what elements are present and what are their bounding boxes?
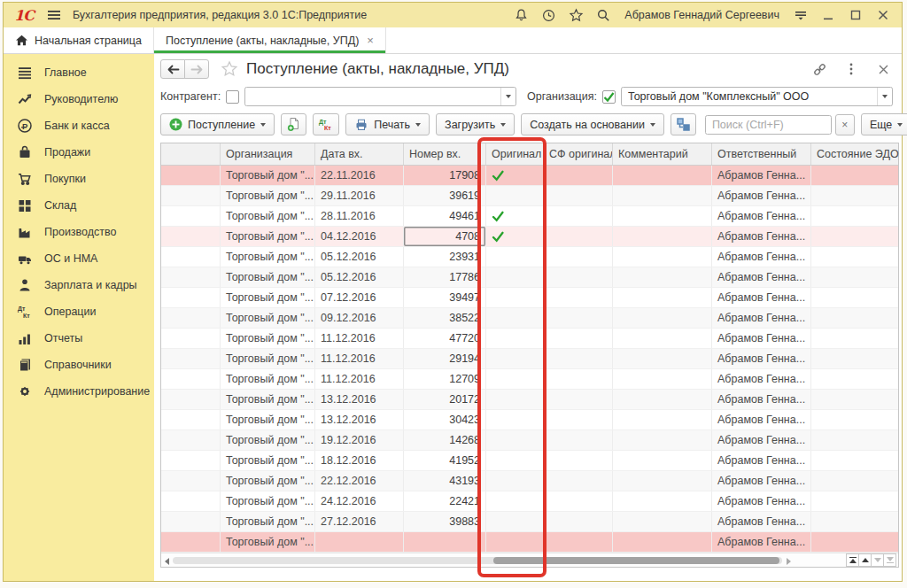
search-clear-button[interactable]: × bbox=[835, 114, 855, 135]
sidebar-item-prodazhi[interactable]: Продажи bbox=[4, 139, 154, 166]
create-receipt-button[interactable]: Поступление bbox=[160, 113, 275, 135]
maximize-button[interactable] bbox=[846, 5, 865, 25]
table-row[interactable]: Торговый дом "...04.12.20164708Абрамов Г… bbox=[161, 227, 898, 247]
sidebar-item-otchety[interactable]: Отчеты bbox=[4, 325, 154, 352]
sidebar-item-os-i-nma[interactable]: ОС и НМА bbox=[4, 245, 154, 272]
scroll-right-icon[interactable] bbox=[787, 558, 791, 565]
minimize-button[interactable] bbox=[818, 5, 838, 25]
close-form-icon[interactable] bbox=[873, 59, 893, 79]
favorites-star-icon[interactable] bbox=[566, 5, 585, 25]
table-row[interactable]: Торговый дом "...29.11.201639619Абрамов … bbox=[161, 186, 898, 206]
dtkt-icon: ДтКт bbox=[17, 305, 33, 319]
go-to-top-button[interactable] bbox=[846, 553, 859, 567]
cell-responsible: Абрамов Генна... bbox=[712, 308, 811, 328]
scrollbar-track[interactable] bbox=[173, 557, 782, 564]
kontragent-dropdown-icon[interactable] bbox=[500, 88, 516, 105]
column-header-responsible[interactable]: Ответственный bbox=[712, 143, 811, 165]
column-header-num[interactable]: Номер вх. bbox=[404, 143, 486, 165]
table-row[interactable]: Торговый дом "...22.11.201617908Абрамов … bbox=[161, 166, 898, 186]
table-row[interactable]: Торговый дом "...24.12.201622421Абрамов … bbox=[161, 491, 898, 512]
scroll-left-icon[interactable] bbox=[165, 558, 169, 565]
cell-responsible: Абрамов Генна... bbox=[712, 451, 811, 470]
gear-icon bbox=[17, 384, 33, 398]
cell-org: Торговый дом "... bbox=[221, 166, 315, 185]
print-button[interactable]: Печать bbox=[345, 113, 430, 135]
table-row[interactable]: Торговый дом "...05.12.201617786Абрамов … bbox=[161, 267, 898, 288]
org-combo[interactable]: Торговый дом "Комплексный" ООО bbox=[621, 87, 893, 106]
table-row[interactable]: Торговый дом "...27.12.201639883Абрамов … bbox=[161, 512, 898, 532]
current-user[interactable]: Абрамов Геннадий Сергеевич bbox=[624, 9, 779, 21]
sidebar-item-bank-i-kassa[interactable]: PБанк и касса bbox=[4, 112, 154, 139]
history-icon[interactable] bbox=[539, 5, 558, 25]
table-row[interactable]: Торговый дом "...Абрамов Генна... bbox=[161, 532, 898, 553]
column-header-comment[interactable]: Комментарий bbox=[613, 143, 712, 165]
cell-sf bbox=[544, 329, 613, 348]
cell-responsible: Абрамов Генна... bbox=[712, 267, 811, 287]
cell-comment bbox=[613, 410, 712, 429]
person-icon bbox=[17, 278, 33, 292]
cell-icon bbox=[161, 227, 221, 246]
sidebar-item-operacii[interactable]: ДтКтОперации bbox=[4, 298, 154, 325]
column-header-date[interactable]: Дата вх. bbox=[315, 143, 404, 165]
link-icon[interactable] bbox=[810, 59, 829, 79]
table-row[interactable]: Торговый дом "...05.12.201623931Абрамов … bbox=[161, 247, 898, 267]
forward-button[interactable] bbox=[184, 59, 209, 79]
column-header-original[interactable]: Оригинал bbox=[486, 143, 544, 165]
table-row[interactable]: Торговый дом "...13.12.201620172Абрамов … bbox=[161, 390, 898, 410]
back-button[interactable] bbox=[160, 59, 185, 79]
row-up-button[interactable] bbox=[858, 553, 872, 567]
column-header-icon[interactable] bbox=[161, 143, 221, 165]
main-menu-icon[interactable] bbox=[44, 5, 64, 25]
table-row[interactable]: Торговый дом "...07.12.201639497Абрамов … bbox=[161, 288, 898, 308]
favorite-star-icon[interactable] bbox=[221, 60, 238, 78]
sidebar-item-glavnoe[interactable]: Главное bbox=[4, 59, 154, 86]
table-row[interactable]: Торговый дом "...11.12.201612709Абрамов … bbox=[161, 369, 898, 390]
window-titlebar: 1С Бухгалтерия предприятия, редакция 3.0… bbox=[4, 3, 902, 27]
tab-home[interactable]: Начальная страница bbox=[4, 27, 154, 53]
org-dropdown-icon[interactable] bbox=[877, 88, 892, 105]
table-row[interactable]: Торговый дом "...11.12.201647720Абрамов … bbox=[161, 329, 898, 349]
scrollbar-thumb[interactable] bbox=[493, 557, 779, 564]
column-header-sf[interactable]: СФ оригинал bbox=[544, 143, 613, 165]
sidebar-item-pokupki[interactable]: Покупки bbox=[4, 166, 154, 192]
table-row[interactable]: Торговый дом "...22.12.201643193Абрамов … bbox=[161, 471, 898, 491]
create-based-on-button[interactable]: Создать на основании bbox=[521, 113, 664, 135]
table-row[interactable]: Торговый дом "...09.12.201638522Абрамов … bbox=[161, 308, 898, 329]
service-menu-icon[interactable] bbox=[791, 5, 810, 25]
cell-org: Торговый дом "... bbox=[221, 267, 315, 287]
dtkt-posting-button[interactable]: ДтКт bbox=[313, 113, 339, 135]
sidebar-item-spravochniki[interactable]: Справочники bbox=[4, 352, 154, 378]
copy-document-button[interactable] bbox=[281, 113, 306, 135]
sidebar-item-administrirovanie[interactable]: Администрирование bbox=[4, 378, 154, 405]
kontragent-combo[interactable] bbox=[244, 87, 516, 106]
column-header-edo[interactable]: Состояние ЭДО bbox=[811, 143, 900, 165]
table-row[interactable]: Торговый дом "...18.12.201641952Абрамов … bbox=[161, 451, 898, 471]
table-row[interactable]: Торговый дом "...28.11.201649461Абрамов … bbox=[161, 206, 898, 227]
cell-comment bbox=[613, 247, 712, 267]
sidebar-item-sklad[interactable]: Склад bbox=[4, 192, 154, 219]
close-button[interactable] bbox=[873, 5, 893, 25]
sidebar-item-proizvodstvo[interactable]: Производство bbox=[4, 219, 154, 245]
row-down-button[interactable] bbox=[871, 553, 884, 567]
table-row[interactable]: Торговый дом "...13.12.201630423Абрамов … bbox=[161, 410, 898, 430]
org-checkbox[interactable] bbox=[602, 90, 616, 104]
go-to-bottom-button[interactable] bbox=[883, 553, 896, 567]
tab-postuplenie[interactable]: Поступление (акты, накладные, УПД) × bbox=[154, 27, 386, 53]
sidebar-item-zarplata-i-kadry[interactable]: Зарплата и кадры bbox=[4, 272, 154, 298]
column-header-org[interactable]: Организация bbox=[221, 143, 315, 165]
table-row[interactable]: Торговый дом "...11.12.201629194Абрамов … bbox=[161, 349, 898, 369]
edo-button[interactable] bbox=[671, 113, 696, 135]
cell-edo bbox=[811, 227, 900, 246]
table-row[interactable]: Торговый дом "...19.12.201614268Абрамов … bbox=[161, 430, 898, 451]
cell-sf bbox=[544, 390, 613, 409]
notifications-icon[interactable] bbox=[511, 5, 531, 25]
sidebar-item-rukovoditelyu[interactable]: Руководителю bbox=[4, 86, 154, 112]
tab-close-icon[interactable]: × bbox=[367, 34, 374, 47]
more-dots-icon[interactable] bbox=[841, 59, 861, 79]
search-input[interactable] bbox=[705, 115, 832, 135]
global-search-icon[interactable] bbox=[593, 5, 613, 25]
horizontal-scrollbar[interactable] bbox=[161, 553, 898, 567]
kontragent-checkbox[interactable] bbox=[226, 90, 239, 104]
load-button[interactable]: Загрузить bbox=[436, 113, 515, 135]
more-button[interactable]: Еще bbox=[861, 113, 907, 135]
